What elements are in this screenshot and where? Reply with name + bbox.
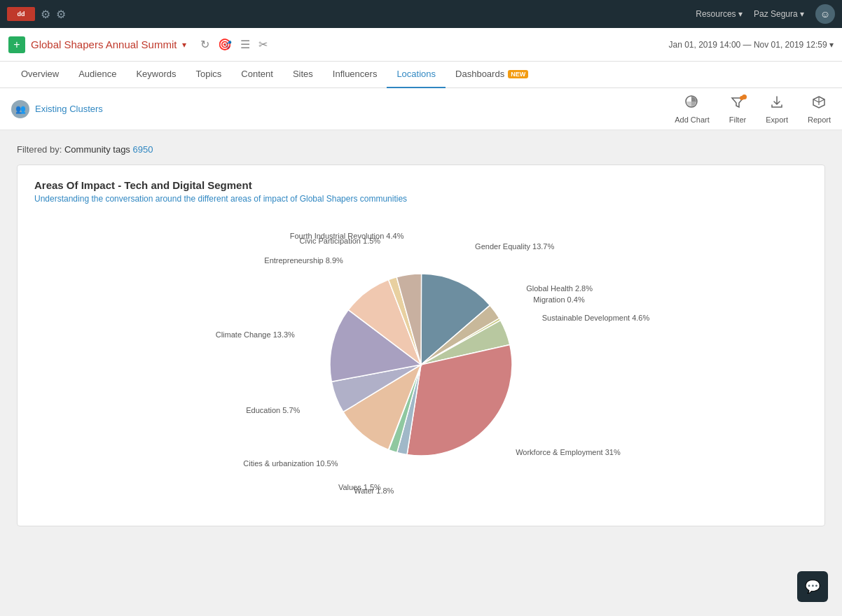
- tab-overview[interactable]: Overview: [11, 62, 69, 88]
- svg-text:Values 1.5%: Values 1.5%: [338, 483, 381, 491]
- pie-chart-container: Gender Equality 13.7%Global Health 2.8%M…: [34, 218, 808, 512]
- svg-text:Fourth Industrial Revolution 4: Fourth Industrial Revolution 4.4%: [290, 232, 404, 240]
- svg-text:Sustainable Development 4.6%: Sustainable Development 4.6%: [542, 314, 650, 322]
- svg-text:Cities & urbanization 10.5%: Cities & urbanization 10.5%: [243, 459, 338, 468]
- filter-label: Filter: [729, 115, 746, 124]
- chart-subtitle: Understanding the conversation around th…: [34, 194, 808, 204]
- chart-title: Areas Of Impact - Tech and Digital Segme…: [34, 179, 808, 191]
- tab-sites[interactable]: Sites: [283, 62, 323, 88]
- project-title[interactable]: Global Shapers Annual Summit: [31, 38, 177, 50]
- resources-menu[interactable]: Resources ▾: [696, 9, 743, 19]
- cluster-icon: 👥: [11, 100, 29, 118]
- cluster-section: 👥 Existing Clusters: [11, 100, 103, 118]
- settings-icon[interactable]: ✂: [258, 38, 268, 51]
- toolbar-right: Add Chart Filter Export: [675, 94, 831, 124]
- main-content: Filtered by: Community tags 6950 Areas O…: [0, 130, 842, 540]
- tab-content[interactable]: Content: [231, 62, 283, 88]
- filter-icon: [730, 94, 745, 113]
- refresh-icon[interactable]: ↻: [200, 38, 209, 51]
- add-chart-action[interactable]: Add Chart: [675, 94, 710, 124]
- filter-count: 6950: [132, 144, 153, 155]
- svg-text:Gender Equality 13.7%: Gender Equality 13.7%: [475, 242, 554, 251]
- user-menu[interactable]: Paz Segura ▾: [754, 9, 804, 19]
- add-chart-label: Add Chart: [675, 115, 710, 124]
- nav-tabs: Overview Audience Keywords Topics Conten…: [0, 62, 842, 88]
- list-icon[interactable]: ☰: [240, 38, 250, 51]
- top-bar-right: Resources ▾ Paz Segura ▾ ☺: [696, 4, 835, 24]
- svg-text:Workforce & Employment 31%: Workforce & Employment 31%: [516, 448, 621, 456]
- top-bar: dd ⚙ ⚙ Resources ▾ Paz Segura ▾ ☺: [0, 0, 842, 28]
- toolbar-row: 👥 Existing Clusters Add Chart Fi: [0, 88, 842, 130]
- settings-icon-2[interactable]: ⚙: [56, 8, 66, 21]
- tab-locations[interactable]: Locations: [387, 62, 446, 88]
- second-bar-icons: ↻ 🎯 ☰ ✂: [200, 38, 268, 51]
- svg-text:Global Health 2.8%: Global Health 2.8%: [526, 284, 593, 293]
- date-range[interactable]: Jan 01, 2019 14:00 — Nov 01, 2019 12:59 …: [668, 40, 834, 50]
- svg-text:Migration 0.4%: Migration 0.4%: [533, 295, 585, 304]
- tab-keywords[interactable]: Keywords: [126, 62, 186, 88]
- target-icon[interactable]: 🎯: [218, 38, 232, 51]
- filter-info: Filtered by: Community tags 6950: [17, 144, 825, 155]
- svg-text:Climate Change 13.3%: Climate Change 13.3%: [216, 330, 295, 339]
- report-icon: [811, 94, 827, 113]
- cluster-label[interactable]: Existing Clusters: [35, 104, 103, 114]
- report-action[interactable]: Report: [808, 94, 831, 124]
- report-label: Report: [808, 115, 831, 124]
- tab-topics[interactable]: Topics: [186, 62, 231, 88]
- new-badge: NEW: [508, 70, 528, 78]
- export-action[interactable]: Export: [766, 94, 788, 124]
- export-icon: [769, 94, 785, 113]
- app-logo: dd: [7, 7, 35, 21]
- second-bar: + Global Shapers Annual Summit ▾ ↻ 🎯 ☰ ✂…: [0, 28, 842, 62]
- add-chart-icon: [684, 94, 700, 113]
- add-button[interactable]: +: [8, 36, 25, 53]
- filter-type: Community tags: [64, 144, 130, 155]
- filter-action[interactable]: Filter: [729, 94, 746, 124]
- svg-text:Entrepreneurship 8.9%: Entrepreneurship 8.9%: [264, 256, 343, 265]
- avatar[interactable]: ☺: [815, 4, 835, 24]
- svg-text:Education 5.7%: Education 5.7%: [246, 406, 300, 414]
- pie-chart: Gender Equality 13.7%Global Health 2.8%M…: [176, 232, 666, 498]
- tab-dashboards[interactable]: Dashboards NEW: [446, 62, 538, 88]
- tab-audience[interactable]: Audience: [69, 62, 126, 88]
- project-title-arrow[interactable]: ▾: [182, 40, 186, 50]
- tab-influencers[interactable]: Influencers: [323, 62, 387, 88]
- settings-icon-1[interactable]: ⚙: [41, 8, 50, 21]
- chart-card: Areas Of Impact - Tech and Digital Segme…: [17, 164, 825, 526]
- svg-point-1: [740, 96, 744, 100]
- export-label: Export: [766, 115, 788, 124]
